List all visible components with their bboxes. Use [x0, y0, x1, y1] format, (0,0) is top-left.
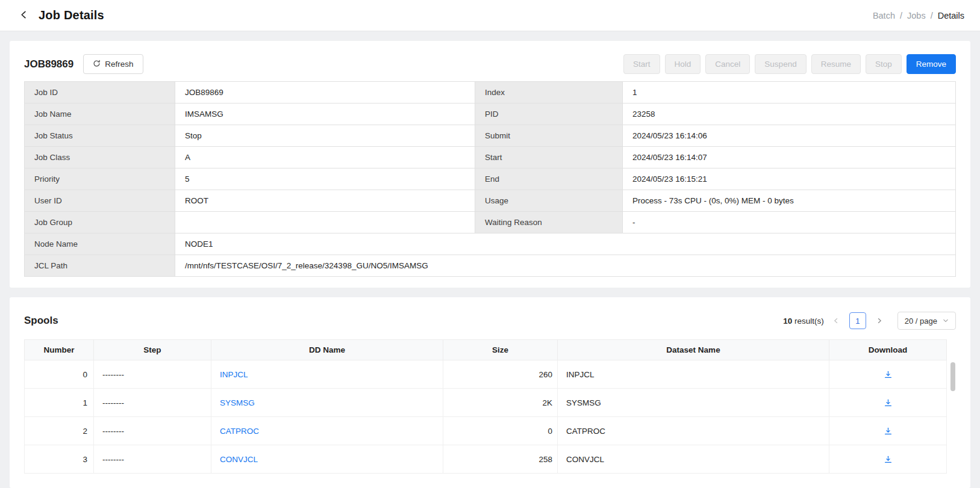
- cell-number: 2: [25, 417, 94, 445]
- cell-dataset-name: SYSMSG: [558, 389, 829, 417]
- spools-panel: Spools 10 result(s) 1: [10, 297, 970, 488]
- cell-number: 3: [25, 445, 94, 474]
- dd-name-link[interactable]: SYSMSG: [220, 398, 255, 407]
- field-value: Stop: [175, 125, 475, 147]
- job-panel-header: JOB89869 Refresh Start Hold Cancel Suspe…: [24, 54, 956, 74]
- spools-table: Number Step DD Name Size Dataset Name Do…: [24, 339, 947, 474]
- field-value: IMSAMSG: [175, 103, 475, 125]
- field-label: Submit: [475, 125, 623, 147]
- field-value: NODE1: [175, 233, 956, 255]
- dd-name-link[interactable]: INPJCL: [220, 370, 248, 379]
- table-scrollbar[interactable]: [949, 361, 956, 474]
- table-row: Job Status Stop Submit 2024/05/23 16:14:…: [25, 125, 956, 147]
- table-row: Job Class A Start 2024/05/23 16:14:07: [25, 147, 956, 168]
- pagination-next-button[interactable]: [872, 313, 887, 328]
- table-row: 0 -------- INPJCL 260 INPJCL: [25, 360, 947, 389]
- field-label: Job Name: [25, 103, 175, 125]
- column-header-dataset-name: Dataset Name: [558, 340, 829, 360]
- field-label: Waiting Reason: [475, 212, 623, 233]
- field-label: Start: [475, 147, 623, 168]
- breadcrumb-jobs[interactable]: Jobs: [907, 11, 926, 20]
- page-size-label: 20 / page: [905, 317, 937, 326]
- dd-name-link[interactable]: CATPROC: [220, 427, 259, 436]
- cell-dataset-name: CATPROC: [558, 417, 829, 445]
- pagination-page-1[interactable]: 1: [849, 312, 866, 329]
- field-value: 2024/05/23 16:14:07: [623, 147, 956, 168]
- chevron-down-icon: [943, 317, 949, 326]
- table-row: Node Name NODE1: [25, 233, 956, 255]
- table-row: User ID ROOT Usage Process - 73s CPU - (…: [25, 190, 956, 212]
- field-label: Job Status: [25, 125, 175, 147]
- field-value: A: [175, 147, 475, 168]
- field-value: 2024/05/23 16:15:21: [623, 168, 956, 190]
- column-header-download: Download: [829, 340, 947, 360]
- table-row: Priority 5 End 2024/05/23 16:15:21: [25, 168, 956, 190]
- breadcrumb-details: Details: [938, 11, 964, 20]
- download-icon[interactable]: [881, 367, 895, 381]
- remove-button[interactable]: Remove: [907, 54, 956, 74]
- hold-button[interactable]: Hold: [665, 54, 701, 74]
- cell-step: --------: [94, 445, 211, 474]
- cell-number: 0: [25, 360, 94, 389]
- job-details-table: Job ID JOB89869 Index 1 Job Name IMSAMSG…: [24, 81, 956, 277]
- job-action-buttons: Start Hold Cancel Suspend Resume Stop Re…: [623, 54, 956, 74]
- column-header-step: Step: [94, 340, 211, 360]
- table-row: Job Name IMSAMSG PID 23258: [25, 103, 956, 125]
- start-button[interactable]: Start: [623, 54, 660, 74]
- field-label: Index: [475, 82, 623, 103]
- field-label: Job ID: [25, 82, 175, 103]
- field-value: /mnt/nfs/TESTCASE/OSI/7_2_release/324398…: [175, 255, 956, 277]
- field-label: JCL Path: [25, 255, 175, 277]
- cell-dataset-name: INPJCL: [558, 360, 829, 389]
- breadcrumb: Batch / Jobs / Details: [873, 11, 964, 20]
- field-label: Job Class: [25, 147, 175, 168]
- field-value: 23258: [623, 103, 956, 125]
- breadcrumb-separator: /: [900, 11, 902, 20]
- chevron-right-icon: [876, 317, 882, 326]
- scrollbar-thumb[interactable]: [950, 362, 955, 391]
- table-row: 3 -------- CONVJCL 258 CONVJCL: [25, 445, 947, 474]
- field-value: [175, 212, 475, 233]
- job-id-title: JOB89869: [24, 58, 73, 70]
- download-icon[interactable]: [881, 452, 895, 466]
- top-bar: Job Details Batch / Jobs / Details: [0, 0, 980, 31]
- dd-name-link[interactable]: CONVJCL: [220, 455, 258, 464]
- table-row: Job ID JOB89869 Index 1: [25, 82, 956, 103]
- pagination-prev-button[interactable]: [829, 313, 843, 328]
- spools-table-container: Number Step DD Name Size Dataset Name Do…: [24, 339, 956, 474]
- refresh-button[interactable]: Refresh: [83, 54, 143, 74]
- cell-number: 1: [25, 389, 94, 417]
- field-label: Node Name: [25, 233, 175, 255]
- main-content: JOB89869 Refresh Start Hold Cancel Suspe…: [0, 31, 980, 488]
- table-header-row: Number Step DD Name Size Dataset Name Do…: [25, 340, 947, 360]
- column-header-dd-name: DD Name: [211, 340, 443, 360]
- page-size-select[interactable]: 20 / page: [897, 312, 956, 330]
- cell-size: 0: [443, 417, 558, 445]
- cell-dataset-name: CONVJCL: [558, 445, 829, 474]
- cell-size: 260: [443, 360, 558, 389]
- column-header-size: Size: [443, 340, 558, 360]
- field-value: ROOT: [175, 190, 475, 212]
- field-label: Job Group: [25, 212, 175, 233]
- stop-button[interactable]: Stop: [866, 54, 902, 74]
- back-button[interactable]: [16, 8, 31, 23]
- suspend-button[interactable]: Suspend: [755, 54, 806, 74]
- spools-controls: 10 result(s) 1 20 / page: [783, 312, 956, 330]
- refresh-label: Refresh: [105, 60, 133, 69]
- download-icon[interactable]: [881, 395, 895, 410]
- chevron-left-icon: [833, 317, 839, 326]
- spools-title: Spools: [24, 315, 58, 327]
- result-count: 10 result(s): [783, 317, 824, 326]
- cancel-button[interactable]: Cancel: [705, 54, 750, 74]
- spools-header: Spools 10 result(s) 1: [24, 312, 956, 330]
- breadcrumb-batch[interactable]: Batch: [873, 11, 895, 20]
- cell-step: --------: [94, 417, 211, 445]
- refresh-icon: [93, 60, 101, 69]
- cell-step: --------: [94, 360, 211, 389]
- download-icon[interactable]: [881, 424, 895, 438]
- field-label: Usage: [475, 190, 623, 212]
- field-value: -: [623, 212, 956, 233]
- page-title: Job Details: [39, 8, 104, 22]
- field-label: Priority: [25, 168, 175, 190]
- resume-button[interactable]: Resume: [811, 54, 861, 74]
